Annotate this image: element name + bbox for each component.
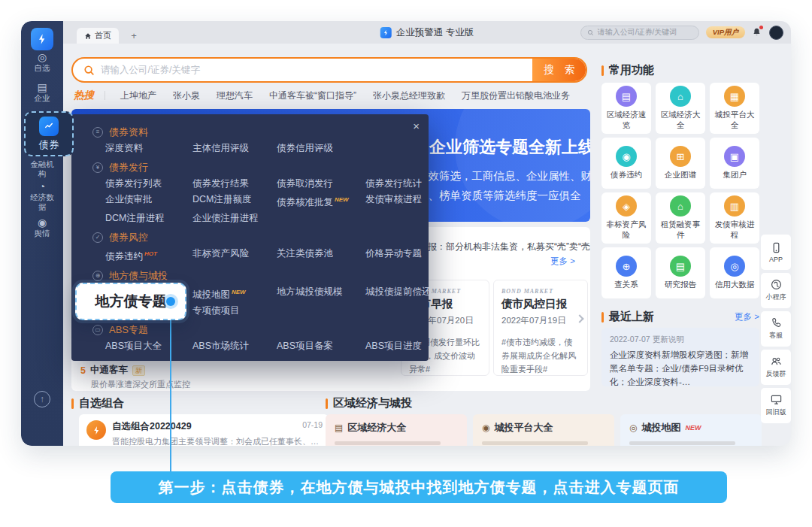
- quick-function-label: 租赁融资事件: [659, 220, 702, 240]
- region-card[interactable]: ◉城投平台大全: [473, 414, 614, 446]
- recent-update-card[interactable]: 2022-07-07 更新说明 企业深度资料新增股权穿透图；新增黑名单专题；企业…: [601, 328, 759, 386]
- quick-function-card[interactable]: ▤研究报告: [656, 247, 705, 298]
- menu-section-items: 深度资料主体信用评级债券信用评级: [105, 143, 418, 154]
- main-search-input[interactable]: [101, 65, 532, 75]
- edge-toolbar-button[interactable]: 客服: [761, 311, 791, 347]
- sidebar-item[interactable]: ◔经济数据: [21, 180, 63, 212]
- menu-item[interactable]: 企业债审批: [105, 194, 192, 208]
- quick-function-card[interactable]: ⌂区域经济大全: [656, 83, 705, 134]
- menu-item[interactable]: 发债审核进程: [365, 194, 422, 208]
- menu-item[interactable]: 主体信用评级: [192, 143, 277, 154]
- card-desc: #债市违约减缓，债券展期成房企化解风险重要手段#: [501, 335, 580, 376]
- hot-search-item[interactable]: 万里股份置出铅酸电池业务: [462, 89, 570, 102]
- hot-search-item[interactable]: 张小泉总经理致歉: [373, 89, 445, 102]
- bolt-icon: [92, 426, 102, 435]
- quick-function-card[interactable]: ◎信用大数据: [710, 247, 759, 298]
- briefcase-icon: ▭: [92, 325, 103, 335]
- menu-item[interactable]: DCM注册进程: [105, 213, 192, 224]
- news-ticker[interactable]: 晚报：部分机构非法集资，私募买“壳”卖“壳”屡禁不止: [419, 241, 590, 253]
- new-badge: NEW: [685, 424, 701, 432]
- hot-search-row: 热搜 上坤地产张小泉理想汽车中通客车被“窗口指导”张小泉总经理致歉万里股份置出铅…: [74, 89, 592, 102]
- quick-function-card[interactable]: ⊕查关系: [601, 247, 651, 298]
- edge-toolbar-button[interactable]: 回旧版: [761, 388, 791, 423]
- sidebar-item[interactable]: 金融机构: [21, 159, 63, 179]
- user-avatar[interactable]: [769, 26, 783, 40]
- hot-news-title[interactable]: 中通客车: [90, 364, 128, 377]
- menu-item[interactable]: 债券发行统计: [365, 178, 422, 189]
- quick-function-card[interactable]: ⌂租赁融资事件: [656, 192, 705, 244]
- close-icon[interactable]: ×: [413, 120, 420, 132]
- menu-item[interactable]: 深度资料: [105, 143, 192, 154]
- menu-item[interactable]: 债券信用评级: [277, 143, 365, 154]
- ticker-more-link[interactable]: 更多 >: [550, 256, 575, 267]
- app-logo[interactable]: [31, 28, 53, 50]
- menu-item[interactable]: 债券发行结果: [192, 178, 277, 189]
- quick-function-card[interactable]: ⊞企业图谱: [656, 138, 705, 189]
- menu-section-header: ¥债券发行: [92, 162, 418, 173]
- hot-search-item[interactable]: 中通客车被“窗口指导”: [269, 89, 356, 102]
- menu-item[interactable]: 城投地图NEW: [192, 286, 277, 301]
- miniprogram-icon: [771, 279, 782, 290]
- sidebar-item[interactable]: ▤企业: [21, 81, 63, 103]
- hot-search-item[interactable]: 上坤地产: [120, 89, 156, 102]
- search-button[interactable]: 搜 索: [532, 57, 586, 83]
- region-card[interactable]: ◎城投地图NEW: [620, 414, 762, 446]
- hot-search-item[interactable]: 张小泉: [173, 89, 200, 102]
- quick-function-label: 区域经济大全: [659, 110, 702, 130]
- lease-finance-icon: ⌂: [670, 195, 691, 217]
- edge-toolbar-button[interactable]: APP: [761, 235, 791, 270]
- sidebar-item-label: 舆情: [21, 229, 63, 238]
- quick-function-card[interactable]: ▦城投平台大全: [710, 83, 759, 134]
- quick-function-card[interactable]: ▣集团户: [710, 138, 759, 189]
- region-card[interactable]: ▤区域经济大全: [326, 414, 467, 446]
- sidebar-item-bond-highlight[interactable]: 债券: [24, 111, 74, 156]
- recent-update-body: 企业深度资料新增股权穿透图；新增黑名单专题；企业/债券F9目录树优化；企业深度资…: [610, 349, 751, 386]
- menu-item[interactable]: 地方城投债规模: [277, 286, 365, 301]
- sidebar-item[interactable]: ◉舆情: [21, 217, 63, 238]
- topbar-search-input[interactable]: 请输入公司/证券/关键词: [580, 26, 699, 40]
- menu-item[interactable]: 城投债提前偿还: [365, 286, 432, 301]
- recent-more-link[interactable]: 更多 >: [735, 311, 759, 323]
- menu-item[interactable]: ABS项目进度: [365, 341, 422, 352]
- promo-banner-line2: 据、榜单资质等筛选纬度一应俱全: [417, 189, 581, 203]
- menu-item[interactable]: ABS项目大全: [105, 341, 192, 352]
- quick-function-card[interactable]: ◉债券违约: [601, 138, 651, 189]
- quick-function-card[interactable]: ▤区域经济速览: [601, 83, 651, 134]
- tab-home-label: 首页: [95, 30, 111, 41]
- menu-item[interactable]: 价格异动专题: [365, 248, 422, 262]
- menu-item[interactable]: 债券核准批复NEW: [277, 194, 365, 208]
- region-card-row: ◎城投地图NEW: [629, 421, 753, 435]
- quick-function-card[interactable]: ◈非标资产风险: [601, 192, 651, 244]
- tab-home[interactable]: 首页: [77, 28, 119, 44]
- notification-bell-icon[interactable]: [752, 26, 762, 38]
- menu-item[interactable]: 专项债项目: [192, 305, 277, 317]
- menu-item[interactable]: 企业债注册进程: [192, 213, 277, 224]
- watchlist-date: 07-19: [302, 420, 323, 433]
- quick-function-card[interactable]: ▥发债审核进程: [710, 192, 759, 244]
- edge-toolbar-label: 小程序: [766, 292, 786, 302]
- edge-toolbar-button[interactable]: 小程序: [761, 273, 791, 308]
- hot-search-items: 上坤地产张小泉理想汽车中通客车被“窗口指导”张小泉总经理致歉万里股份置出铅酸电池…: [120, 89, 570, 102]
- menu-item[interactable]: 关注类债券池: [277, 248, 365, 262]
- sidebar-item-icon: ◎: [21, 51, 63, 63]
- card-title: 债市风控日报: [501, 297, 580, 311]
- menu-item[interactable]: ABS项目备案: [277, 341, 365, 352]
- vip-badge[interactable]: VIP用户: [706, 26, 745, 38]
- sidebar-item[interactable]: ◎自选: [21, 51, 63, 73]
- new-tab-button[interactable]: +: [128, 30, 140, 42]
- promo-banner-line1: 高效筛选，工商信息、企业属性、财务数: [417, 169, 590, 183]
- upload-icon[interactable]: ↑: [34, 391, 50, 407]
- bond-default-icon: ◉: [616, 146, 637, 167]
- hot-search-item[interactable]: 理想汽车: [217, 89, 253, 102]
- menu-item[interactable]: ABS市场统计: [192, 341, 277, 352]
- bond-mega-menu: × ≡债券资料深度资料主体信用评级债券信用评级¥债券发行债券发行列表债券发行结果…: [71, 114, 429, 361]
- edge-toolbar-button[interactable]: 反馈群: [761, 350, 791, 385]
- menu-item[interactable]: 债券发行列表: [105, 178, 192, 189]
- bond-market-card[interactable]: BOND MARKET债市风控日报2022年07月19日#债市违约减缓，债券展期…: [493, 280, 588, 376]
- menu-item[interactable]: DCM注册额度: [192, 194, 277, 208]
- menu-item[interactable]: 非标资产风险: [192, 248, 277, 262]
- menu-section-title: 债券发行: [109, 162, 148, 173]
- menu-item[interactable]: 债券违约HOT: [105, 248, 192, 262]
- watchlist-card[interactable]: 自选组合20220429 07-19 晋能控股电力集团主要领导调整：刘会成已任董…: [79, 414, 329, 446]
- menu-item[interactable]: 债券取消发行: [277, 178, 365, 189]
